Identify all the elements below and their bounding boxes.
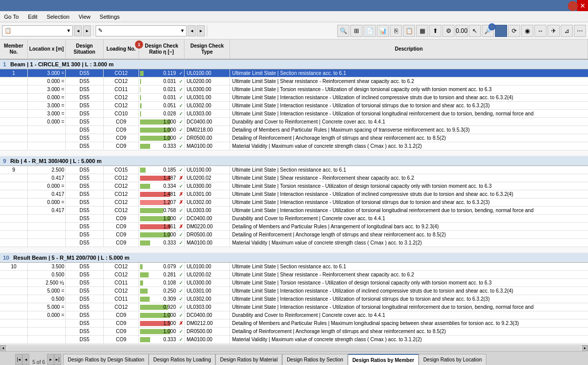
value-input-btn[interactable]: 0.00 bbox=[456, 25, 468, 37]
icon-btn-3[interactable]: ↔ bbox=[534, 25, 547, 37]
cell-design-situation: DS5 bbox=[66, 134, 104, 142]
cell-design-ratio: 0.920✓ bbox=[139, 303, 185, 311]
tab-1[interactable]: Design Ratios by Loading bbox=[149, 354, 215, 365]
filter-icon-btn[interactable]: ⊿ bbox=[561, 25, 573, 37]
icon-btn-4[interactable]: ✈ bbox=[548, 25, 560, 37]
col-member-no: Member No. bbox=[0, 39, 28, 59]
tab-first-btn[interactable]: |◂ bbox=[15, 354, 22, 365]
close-button[interactable]: ✕ bbox=[577, 0, 588, 11]
horizontal-scrollbar[interactable]: ◂ ▸ bbox=[0, 345, 588, 351]
table-row[interactable]: 2.500 ¹⁄₂DS5CO110.108✓UL0300.00Ultimate … bbox=[0, 279, 588, 287]
badge-2 bbox=[568, 1, 578, 11]
table-row[interactable]: 0.500DS5CO110.309✓UL0302.00Ultimate Limi… bbox=[0, 295, 588, 303]
table-row[interactable]: 0.000 =DS5CO91.000✓DC0400.00Durability a… bbox=[0, 118, 588, 126]
table-row[interactable]: 0.417DS5CO121.487✗UL0200.02Ultimate Limi… bbox=[0, 174, 588, 182]
icon-btn-2[interactable]: ◉ bbox=[521, 25, 533, 37]
cell-design-ratio: 0.031✓ bbox=[139, 94, 185, 101]
table-row[interactable]: 0.000 =DS5CO120.334✓UL0300.00Ultimate Li… bbox=[0, 182, 588, 190]
cell-design-ratio: 1.000✓ bbox=[139, 126, 185, 134]
data-table: 1Beam | 1 - CIRCLE_M1 300 | L : 3.000 m1… bbox=[0, 60, 588, 345]
table-row[interactable]: 0.000 =DS5CO91.000✓DC0400.00Durability a… bbox=[0, 311, 588, 319]
filter-btn[interactable]: ⊞ bbox=[350, 25, 363, 37]
table-row[interactable]: DS5CO91.000✓DR0500.00Detailing of Reinfo… bbox=[0, 231, 588, 239]
cell-design-situation: DS5 bbox=[66, 102, 104, 109]
active-view-btn[interactable] bbox=[495, 25, 507, 37]
cell-location: 3.500 bbox=[28, 263, 66, 270]
magnify-btn[interactable]: 🔎 bbox=[482, 25, 494, 37]
table-row[interactable]: 103.500DS5CO120.079✓UL0100.00Ultimate Li… bbox=[0, 263, 588, 271]
extra-btn[interactable]: ⋯ bbox=[574, 25, 586, 37]
cell-member-no bbox=[0, 190, 28, 198]
prev-design-btn[interactable]: ◂ bbox=[74, 25, 82, 36]
table-row[interactable]: DS5CO91.000✓DR0500.00Detailing of Reinfo… bbox=[0, 328, 588, 336]
export-pdf-btn[interactable]: 📄 bbox=[364, 25, 376, 37]
table-row[interactable]: 0.500DS5CO120.281✓UL0200.02Ultimate Limi… bbox=[0, 271, 588, 279]
tab-0[interactable]: Design Ratios by Design Situation bbox=[63, 354, 149, 365]
table-row[interactable]: DS5CO90.333✓MA0100.00Material Validity |… bbox=[0, 336, 588, 344]
export-xls-btn[interactable]: 📊 bbox=[377, 25, 389, 37]
cell-member-no bbox=[0, 223, 28, 230]
table-row[interactable]: DS5CO90.333✓MA0100.00Material Validity |… bbox=[0, 142, 588, 150]
menu-view[interactable]: View bbox=[76, 13, 93, 21]
table-row[interactable]: 0.000 =DS5CO120.031✓UL0301.00Ultimate Li… bbox=[0, 94, 588, 102]
next-design-btn[interactable]: ▸ bbox=[83, 25, 91, 36]
table-row[interactable]: 3.000 =DS5CO100.028✓UL0303.00Ultimate Li… bbox=[0, 110, 588, 118]
table-row[interactable]: 5.000 =DS5CO120.250✓UL0301.00Ultimate Li… bbox=[0, 287, 588, 295]
search-btn[interactable]: 🔍 bbox=[337, 25, 349, 37]
icon-btn-1[interactable]: ⟳ bbox=[508, 25, 520, 37]
export-btn[interactable]: ⬆ bbox=[429, 25, 441, 37]
cell-check-type: UL0300.00 bbox=[185, 279, 230, 287]
cell-description: Ultimate Limit State | Section resistanc… bbox=[230, 166, 588, 174]
paste-btn[interactable]: 📋 bbox=[403, 25, 415, 37]
table-row[interactable]: 92.500DS5CO150.185✓UL0100.00Ultimate Lim… bbox=[0, 166, 588, 174]
cell-check-type: UL0301.00 bbox=[185, 94, 230, 101]
menu-goto[interactable]: Go To bbox=[2, 13, 21, 21]
table-row[interactable]: 0.417DS5CO120.768✓UL0303.00Ultimate Limi… bbox=[0, 207, 588, 215]
cell-member-no bbox=[0, 77, 28, 85]
cell-design-ratio: 0.333✓ bbox=[139, 239, 185, 247]
cell-description: Material Validity | Maximum value of con… bbox=[230, 142, 588, 150]
settings-btn[interactable]: ⚙ bbox=[442, 25, 455, 37]
toolbar-group-1: 📋 ▾ ◂ ▸ bbox=[2, 25, 94, 36]
design-dropdown[interactable]: 📋 ▾ bbox=[2, 25, 73, 36]
menu-settings[interactable]: Settings bbox=[98, 13, 122, 21]
table-row[interactable]: DS5CO91.000✓DM0218.00Detailing of Member… bbox=[0, 126, 588, 134]
column-headers: Member No. Location x [m] Design Situati… bbox=[0, 39, 588, 60]
table-row[interactable]: 5.000 =DS5CO120.920✓UL0303.00Ultimate Li… bbox=[0, 303, 588, 311]
scroll-left-btn[interactable]: ◂ bbox=[0, 345, 6, 351]
prev-view-btn[interactable]: ◂ bbox=[188, 25, 196, 36]
cell-design-ratio: 0.309✓ bbox=[139, 295, 185, 303]
table-row[interactable]: 0.000 =DS5CO120.031✓UL0200.00Ultimate Li… bbox=[0, 77, 588, 86]
copy-btn[interactable]: ⎘ bbox=[390, 25, 402, 37]
cell-loading-no: CO12 bbox=[104, 190, 139, 198]
view-dropdown[interactable]: ✎ ▾ bbox=[96, 25, 187, 36]
tab-prev-btn[interactable]: ◂ bbox=[22, 354, 29, 365]
table-row[interactable]: DS5CO91.500✗DM0212.00Detailing of Member… bbox=[0, 319, 588, 328]
scroll-right-btn[interactable]: ▸ bbox=[582, 345, 588, 351]
table-row[interactable]: 13.000 =DS5CO120.119✓UL0100.00Ultimate L… bbox=[0, 69, 588, 77]
tab-last-btn[interactable]: ▸| bbox=[54, 354, 61, 365]
menu-selection[interactable]: Selection bbox=[44, 13, 71, 21]
cell-loading-no: CO12 bbox=[104, 271, 139, 278]
table-row[interactable]: DS5CO91.461✗DM0220.00Detailing of Member… bbox=[0, 223, 588, 231]
tab-5[interactable]: Design Ratios by Location bbox=[419, 354, 486, 365]
cell-check-type: UL0100.00 bbox=[185, 263, 230, 270]
menu-edit[interactable]: Edit bbox=[26, 13, 39, 21]
table-row[interactable]: DS5CO91.000✓DC0400.00Durability and Cove… bbox=[0, 215, 588, 223]
table-btn[interactable]: ▦ bbox=[416, 25, 428, 37]
cell-loading-no: CO12 bbox=[104, 303, 139, 311]
table-row[interactable]: 0.417DS5CO121.481✗UL0301.00Ultimate Limi… bbox=[0, 190, 588, 198]
scroll-track[interactable] bbox=[7, 346, 581, 350]
next-view-btn[interactable]: ▸ bbox=[197, 25, 205, 36]
tab-4[interactable]: Design Ratios by Member bbox=[348, 354, 419, 365]
tab-next-btn[interactable]: ▸ bbox=[47, 354, 54, 365]
table-row[interactable]: 0.000 =DS5CO121.207✗UL0302.00Ultimate Li… bbox=[0, 198, 588, 207]
table-row[interactable]: DS5CO90.333✓MA0100.00Material Validity |… bbox=[0, 239, 588, 247]
badge-1: 1 bbox=[135, 40, 143, 49]
table-row[interactable]: 3.000 =DS5CO120.051✓UL0302.00Ultimate Li… bbox=[0, 102, 588, 110]
tab-2[interactable]: Design Ratios by Material bbox=[215, 354, 282, 365]
tab-3[interactable]: Design Ratios by Section bbox=[282, 354, 348, 365]
table-row[interactable]: DS5CO91.000✓DR0500.00Detailing of Reinfo… bbox=[0, 134, 588, 142]
cursor-btn[interactable]: ↖ bbox=[469, 25, 481, 37]
table-row[interactable]: 3.000 =DS5CO110.021✓UL0300.00Ultimate Li… bbox=[0, 86, 588, 94]
